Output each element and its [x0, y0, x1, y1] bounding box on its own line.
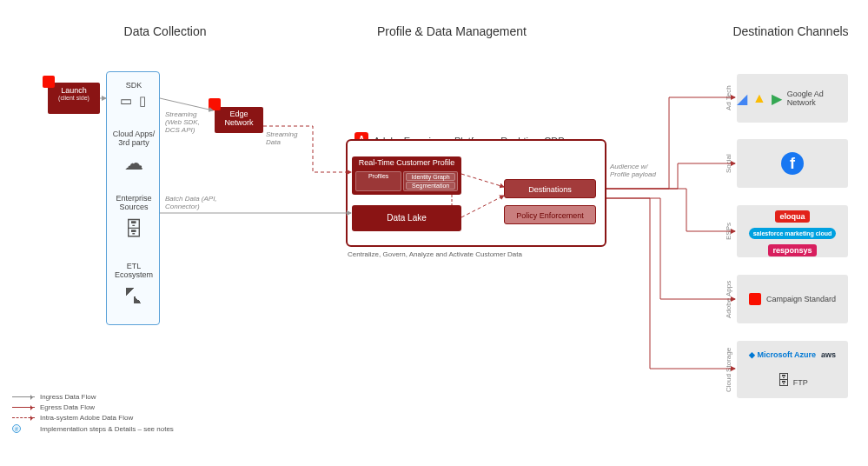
etl-icon: [107, 288, 161, 307]
edge-network-box: Edge Network: [215, 107, 263, 133]
header-data-collection: Data Collection: [87, 24, 243, 38]
etl-label: ETL Ecosystem: [107, 262, 161, 280]
google-play-icon: ▶: [772, 90, 782, 107]
ftp-label: FTP: [793, 378, 808, 387]
google-ad-network-label: Google Ad Network: [787, 90, 848, 107]
destinations-box: Destinations: [504, 179, 596, 198]
database-icon: 🗄: [777, 373, 791, 388]
azure-logo: ◆ Microsoft Azure: [749, 350, 816, 359]
profiles-cell: Profiles: [355, 171, 401, 191]
flow-streaming-sdk: Streaming (Web SDK, DCS API): [165, 111, 210, 134]
group-label-esps: ESPs: [725, 205, 733, 257]
laptop-icon: ▭: [120, 93, 134, 108]
group-label-ad-tech: Ad Tech: [725, 74, 733, 123]
database-icon: 🗄: [107, 218, 161, 241]
data-sources-column: SDK ▭ ▯ Cloud Apps/ 3rd party ☁ Enterpri…: [106, 71, 160, 325]
legend-egress: Egress Data Flow: [40, 403, 95, 411]
flow-batch-data: Batch Data (API, Connector): [165, 196, 217, 211]
cloud-apps-label: Cloud Apps/ 3rd party: [107, 130, 161, 148]
responsys-logo: responsys: [768, 244, 816, 256]
campaign-standard-label: Campaign Standard: [766, 295, 836, 303]
header-dest-channels: Destination Channels: [721, 24, 860, 38]
flow-streaming-data: Streaming Data: [266, 131, 304, 147]
adobe-a-icon: [749, 293, 761, 305]
adobe-a-icon: [43, 76, 55, 88]
eloqua-logo: eloqua: [775, 210, 809, 223]
rt-customer-profile-box: Real-Time Customer Profile Profiles Iden…: [352, 156, 461, 195]
dest-social: f: [737, 139, 848, 188]
identity-graph-cell: Identity Graph: [406, 173, 455, 181]
legend: Ingress Data Flow Egress Data Flow Intra…: [12, 393, 174, 436]
header-profile-mgmt: Profile & Data Management: [330, 24, 573, 38]
dest-adobe-apps: Campaign Standard: [737, 275, 848, 323]
segmentation-cell: Segmentation: [406, 182, 455, 190]
google-ads-icon: ◢: [737, 90, 747, 107]
legend-ingress: Ingress Data Flow: [40, 393, 96, 401]
svg-line-1: [160, 98, 213, 110]
salesforce-marketing-cloud-logo: salesforce marketing cloud: [749, 228, 837, 239]
flow-audience-payload: Audience w/ Profile payload: [610, 163, 662, 179]
group-label-cloud-storage: Cloud Storage: [725, 341, 733, 398]
cloud-icon: ☁: [107, 152, 161, 175]
policy-enforcement-box: Policy Enforcement: [504, 205, 596, 224]
dest-esps: eloqua salesforce marketing cloud respon…: [737, 205, 848, 257]
group-label-social: Social: [725, 139, 733, 188]
data-lake-box: Data Lake: [352, 205, 461, 231]
launch-subtitle: (client side): [48, 95, 100, 101]
launch-title: Launch: [48, 86, 100, 95]
aws-logo: aws: [821, 350, 836, 359]
legend-intra: Intra-system Adobe Data Flow: [40, 414, 133, 422]
group-label-adobe-apps: Adobe Apps: [725, 275, 733, 323]
facebook-icon: f: [781, 152, 804, 175]
legend-impl: Implementation steps & Details – see not…: [40, 425, 174, 433]
dest-cloud-storage: ◆ Microsoft Azure aws 🗄 FTP: [737, 341, 848, 398]
step-marker-icon: #: [12, 424, 21, 433]
enterprise-sources-label: Enterprise Sources: [107, 194, 161, 212]
rt-profile-title: Real-Time Customer Profile: [352, 158, 461, 167]
aep-caption: Centralize, Govern, Analyze and Activate…: [348, 250, 522, 258]
google-ads-icon: ▲: [752, 90, 766, 106]
edge-label: Edge Network: [224, 110, 253, 127]
launch-box: Launch (client side): [48, 83, 100, 114]
adobe-a-icon: [209, 98, 221, 110]
dest-ad-tech: ◢ ▲ ▶ Google Ad Network: [737, 74, 848, 123]
device-icons: ▭ ▯: [107, 93, 161, 109]
sdk-label: SDK: [107, 81, 161, 90]
phone-icon: ▯: [139, 93, 148, 108]
